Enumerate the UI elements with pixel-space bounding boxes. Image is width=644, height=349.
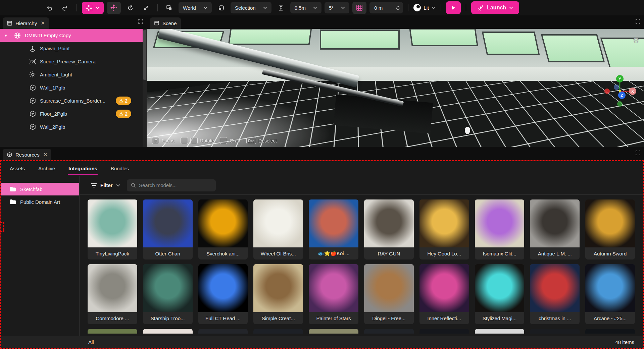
- height-value-stepper[interactable]: 0 m: [369, 2, 403, 13]
- asset-card[interactable]: Isomatrix Glit...: [475, 199, 525, 259]
- tab-assets[interactable]: Assets: [9, 162, 26, 175]
- tab-bundles[interactable]: Bundles: [110, 162, 130, 175]
- source-item-sketchfab[interactable]: Sketchfab: [1, 183, 79, 195]
- asset-card[interactable]: TinyLivingPack: [88, 199, 137, 259]
- move-tool-button[interactable]: [107, 2, 121, 14]
- asset-card[interactable]: RAY GUN: [364, 199, 414, 259]
- height-snap-button[interactable]: [275, 2, 287, 13]
- source-list: SketchfabPublic Domain Art: [1, 176, 80, 336]
- asset-card-partial[interactable]: [364, 329, 414, 334]
- duplicate-button[interactable]: [163, 2, 176, 13]
- rotate-snap-dropdown[interactable]: 5°: [325, 2, 349, 13]
- asset-card[interactable]: Full CT Head ...: [198, 264, 248, 324]
- asset-card-partial[interactable]: [143, 329, 193, 334]
- mesh-icon: [29, 84, 36, 91]
- render-mode-dropdown[interactable]: Lit: [413, 4, 436, 11]
- move-snap-dropdown[interactable]: 0.5m: [290, 2, 321, 13]
- asset-card[interactable]: Antique L.M. ...: [530, 199, 580, 259]
- undo-button[interactable]: [43, 2, 56, 13]
- asset-card[interactable]: Dingel - Free...: [364, 264, 414, 324]
- grid-snap-button[interactable]: [352, 2, 366, 14]
- asset-grid-button[interactable]: [82, 2, 104, 14]
- asset-card[interactable]: Stylized Magi...: [475, 264, 525, 324]
- asset-thumbnail: [143, 264, 193, 312]
- asset-card[interactable]: christmas in ...: [530, 264, 580, 324]
- expand-panel-icon[interactable]: [138, 19, 143, 24]
- hierarchy-item-staircase-columns-border[interactable]: Staircase_Columns_Border...⚠2: [0, 94, 143, 107]
- asset-card-partial[interactable]: [475, 329, 525, 334]
- hierarchy-item-scene-preview-camera[interactable]: Scene_Preview_Camera: [0, 55, 143, 68]
- tab-archive[interactable]: Archive: [38, 162, 56, 175]
- stepper-down-icon[interactable]: [396, 8, 400, 10]
- toolbar-divider: [77, 4, 77, 11]
- scene-settings-gear-icon[interactable]: ⚙: [633, 36, 639, 45]
- asset-card-partial[interactable]: [419, 329, 469, 334]
- hierarchy-item-wall-2pglb[interactable]: Wall_2Pglb: [0, 120, 143, 133]
- launch-button[interactable]: Launch: [471, 1, 519, 14]
- asset-card[interactable]: Inner Reflecti...: [419, 264, 469, 324]
- viewport-gizmo[interactable]: Y X Z: [604, 74, 637, 107]
- search-input[interactable]: [139, 182, 212, 188]
- hierarchy-item-label: Wall_1Pglb: [40, 85, 65, 91]
- hierarchy-item-dminti-empty-copy[interactable]: ▼DMINTI Empty Copy: [0, 29, 143, 42]
- coordinate-space-dropdown[interactable]: World: [179, 2, 212, 13]
- asset-card[interactable]: Starship Troo...: [143, 264, 193, 324]
- hierarchy-item-spawn-point[interactable]: Spawn_Point: [0, 42, 143, 55]
- tree-expand-chevron-icon[interactable]: ▼: [4, 34, 10, 38]
- hierarchy-item-floor-2pglb[interactable]: Floor_2Pglb⚠2: [0, 107, 143, 120]
- viewport-hint: Rotate: [181, 137, 214, 144]
- asset-card[interactable]: Hey Good Lo...: [419, 199, 469, 259]
- close-icon[interactable]: ✕: [43, 152, 48, 158]
- asset-card[interactable]: Arcane - #25...: [585, 264, 635, 324]
- pivot-button[interactable]: [215, 2, 228, 13]
- warning-badge[interactable]: ⚠2: [116, 97, 131, 105]
- hierarchy-scrollbar[interactable]: [143, 29, 147, 147]
- asset-card[interactable]: 🐟⭐🍎Koi ...: [309, 199, 358, 259]
- asset-card-partial[interactable]: [530, 329, 580, 334]
- warning-badge[interactable]: ⚠2: [116, 110, 131, 118]
- asset-card-partial[interactable]: [198, 329, 248, 334]
- gizmo-x-back: [604, 89, 610, 94]
- hierarchy-tab[interactable]: Hierarchy ✕: [3, 17, 49, 29]
- warning-count: 2: [125, 111, 128, 117]
- asset-card-partial[interactable]: [585, 329, 635, 334]
- tab-integrations[interactable]: Integrations: [68, 162, 98, 175]
- scale-tool-button[interactable]: [140, 2, 152, 13]
- asset-label: christmas in ...: [530, 312, 580, 324]
- source-item-public-domain-art[interactable]: Public Domain Art: [1, 195, 79, 208]
- rotate-tool-button[interactable]: [124, 2, 137, 13]
- asset-card[interactable]: Otter-Chan: [143, 199, 193, 259]
- asset-card[interactable]: Wheel Of Bris...: [253, 199, 303, 259]
- asset-card[interactable]: Commodore ...: [88, 264, 137, 324]
- asset-thumbnail: [419, 199, 469, 247]
- hierarchy-item-wall-1pglb[interactable]: Wall_1Pglb: [0, 81, 143, 94]
- asset-card-partial[interactable]: [309, 329, 358, 334]
- scene-tab-strip: Scene: [147, 15, 644, 29]
- rotate-snap-value: 5°: [329, 5, 334, 11]
- grid-squares-icon: [86, 5, 92, 11]
- asset-card[interactable]: Painter of Stars: [309, 264, 358, 324]
- expand-panel-icon[interactable]: [635, 19, 641, 24]
- filter-button[interactable]: Filter: [91, 182, 120, 188]
- asset-label: TinyLivingPack: [88, 247, 137, 259]
- stepper-up-icon[interactable]: [396, 5, 400, 8]
- resources-tab[interactable]: Resources ✕: [3, 149, 51, 160]
- search-box[interactable]: [127, 179, 216, 191]
- play-button[interactable]: [446, 1, 461, 14]
- resources-content: AssetsArchiveIntegrationsBundles Sketchf…: [0, 160, 644, 349]
- asset-thumbnail: [88, 264, 137, 312]
- hierarchy-item-ambient-light[interactable]: Ambient_Light: [0, 68, 143, 81]
- selection-mode-dropdown[interactable]: Selection: [231, 2, 271, 13]
- scene-tab[interactable]: Scene: [150, 17, 181, 29]
- expand-panel-icon[interactable]: [635, 150, 641, 156]
- close-icon[interactable]: ✕: [41, 20, 45, 26]
- scrollbar-thumb[interactable]: [143, 30, 146, 80]
- asset-card[interactable]: Sverchok ani...: [198, 199, 248, 259]
- asset-card-partial[interactable]: [253, 329, 303, 334]
- asset-card[interactable]: Autumn Sword: [585, 199, 635, 259]
- redo-button[interactable]: [59, 2, 71, 13]
- asset-card[interactable]: Simple Creat...: [253, 264, 303, 324]
- scene-3d-view[interactable]: ⚙ Y X Z: [147, 29, 644, 147]
- asset-label: Autumn Sword: [585, 247, 635, 259]
- asset-card-partial[interactable]: [88, 329, 137, 334]
